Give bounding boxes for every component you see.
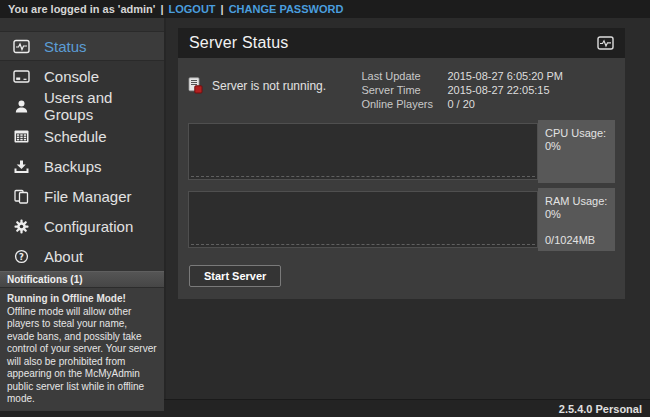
logged-in-text: You are logged in as 'admin'	[8, 3, 155, 15]
ram-usage-graph	[188, 191, 538, 248]
ram-usage-label-box: RAM Usage: 0% 0/1024MB	[538, 188, 615, 251]
schedule-icon	[13, 128, 30, 145]
main-area: Server Status Server is not running.	[166, 18, 650, 399]
notification-title: Running in Offline Mode!	[7, 293, 157, 306]
sidebar-item-label: File Manager	[44, 188, 132, 205]
ram-usage-detail: 0/1024MB	[545, 234, 608, 247]
gear-icon	[13, 218, 30, 235]
status-icon	[13, 38, 30, 55]
ram-usage-label: RAM Usage:	[545, 195, 608, 208]
sidebar: Status Console Users and Groups Schedule	[0, 18, 166, 399]
logout-link[interactable]: LOGOUT	[169, 3, 216, 15]
status-chart-icon	[597, 36, 614, 50]
start-server-button[interactable]: Start Server	[189, 265, 281, 287]
sidebar-item-about[interactable]: ? About	[0, 241, 164, 271]
sidebar-item-file-manager[interactable]: File Manager	[0, 181, 164, 211]
table-row: Server Time 2015-08-27 22:05:15	[361, 83, 563, 97]
question-icon: ?	[13, 248, 30, 265]
server-status-text: Server is not running.	[212, 79, 326, 93]
sidebar-item-label: Status	[44, 38, 87, 55]
sidebar-item-label: Users and Groups	[44, 89, 164, 123]
server-status-panel: Server Status Server is not running.	[178, 28, 625, 299]
info-label: Server Time	[361, 83, 447, 97]
cpu-usage-graph	[188, 123, 538, 180]
file-manager-icon	[13, 188, 30, 205]
change-password-link[interactable]: CHANGE PASSWORD	[229, 3, 344, 15]
sidebar-item-label: Configuration	[44, 218, 133, 235]
info-value: 2015-08-27 6:05:20 PM	[447, 69, 563, 83]
ram-usage-value: 0%	[545, 208, 608, 221]
notifications-header: Notifications (1)	[0, 271, 164, 288]
separator: |	[160, 3, 163, 15]
notification-text: Offline mode will allow other players to…	[7, 306, 157, 405]
panel-body: Server is not running. Last Update 2015-…	[178, 58, 625, 299]
users-icon	[13, 98, 30, 115]
panel-header: Server Status	[178, 28, 625, 58]
ram-usage-row: RAM Usage: 0% 0/1024MB	[188, 188, 615, 251]
top-bar: You are logged in as 'admin' | LOGOUT | …	[0, 0, 650, 18]
cpu-usage-label: CPU Usage:	[545, 127, 608, 140]
sidebar-item-backups[interactable]: Backups	[0, 151, 164, 181]
sidebar-item-label: Backups	[44, 158, 102, 175]
cpu-usage-label-box: CPU Usage: 0%	[538, 120, 615, 183]
separator: |	[221, 3, 224, 15]
server-stopped-icon	[188, 77, 203, 94]
notifications-panel: Notifications (1) Running in Offline Mod…	[0, 271, 164, 411]
info-value: 2015-08-27 22:05:15	[447, 83, 563, 97]
cpu-usage-value: 0%	[545, 140, 608, 153]
server-status-message: Server is not running.	[188, 77, 326, 94]
sidebar-item-configuration[interactable]: Configuration	[0, 211, 164, 241]
status-row: Server is not running. Last Update 2015-…	[188, 69, 615, 115]
sidebar-item-console[interactable]: Console	[0, 61, 164, 91]
cpu-usage-row: CPU Usage: 0%	[188, 120, 615, 183]
table-row: Last Update 2015-08-27 6:05:20 PM	[361, 69, 563, 83]
sidebar-item-status[interactable]: Status	[0, 31, 164, 61]
page-title: Server Status	[189, 34, 289, 52]
svg-text:?: ?	[19, 251, 24, 261]
sidebar-item-users-and-groups[interactable]: Users and Groups	[0, 91, 164, 121]
chart-baseline	[191, 244, 535, 245]
notification-item: Running in Offline Mode! Offline mode wi…	[0, 288, 164, 411]
info-value: 0 / 20	[447, 97, 563, 111]
info-label: Online Players	[361, 97, 447, 111]
chart-baseline	[191, 176, 535, 177]
sidebar-nav: Status Console Users and Groups Schedule	[0, 18, 164, 271]
spacer	[545, 221, 608, 234]
server-info-table: Last Update 2015-08-27 6:05:20 PM Server…	[361, 69, 563, 111]
sidebar-item-label: Console	[44, 68, 99, 85]
content-area: Status Console Users and Groups Schedule	[0, 18, 650, 399]
sidebar-item-label: About	[44, 248, 83, 265]
sidebar-item-schedule[interactable]: Schedule	[0, 121, 164, 151]
sidebar-item-label: Schedule	[44, 128, 107, 145]
version-text: 2.5.4.0 Personal	[559, 403, 642, 415]
table-row: Online Players 0 / 20	[361, 97, 563, 111]
info-label: Last Update	[361, 69, 447, 83]
console-icon	[13, 68, 30, 85]
backups-icon	[13, 158, 30, 175]
